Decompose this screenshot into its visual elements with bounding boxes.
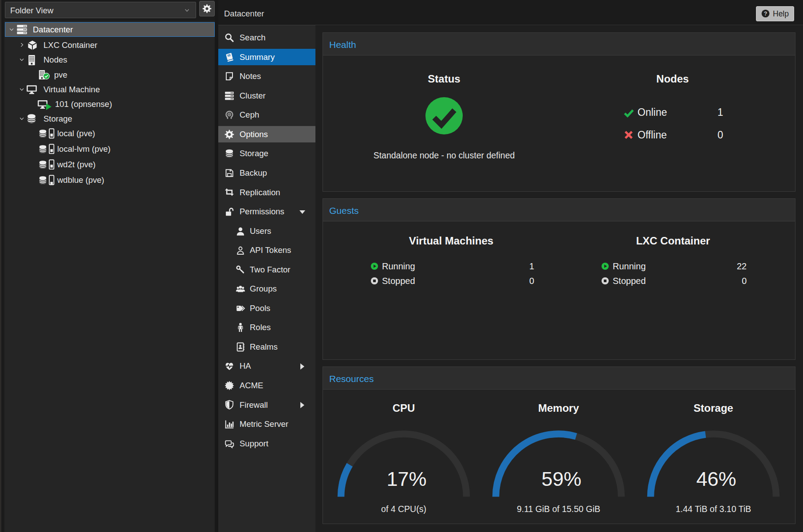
svg-text:?: ? [764,11,767,17]
